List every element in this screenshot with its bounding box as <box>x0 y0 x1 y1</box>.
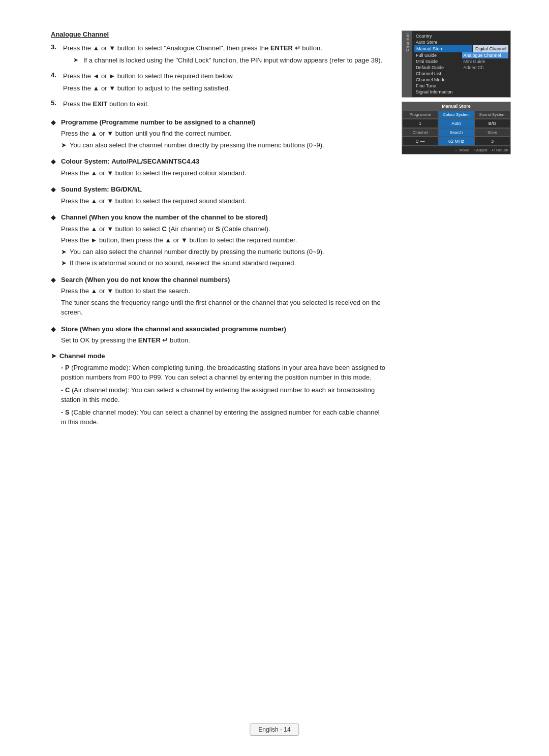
bullet-colour-content: Colour System: Auto/PAL/SECAM/NTSC4.43 P… <box>61 156 386 179</box>
tv-item-channellist: Channel List <box>414 71 508 77</box>
step-4-line1: Press the ◄ or ► button to select the re… <box>63 71 386 81</box>
channel-mode-p: - P (Programme mode): When completing tu… <box>61 363 386 383</box>
channel-mode-arrow: ➤ <box>51 352 56 360</box>
diamond-icon-4: ◆ <box>51 212 57 270</box>
sub-arrow-1: ➤ <box>61 140 67 150</box>
bullet-search-line2: The tuner scans the frequency range unti… <box>61 298 386 318</box>
step-3-sub-text: If a channel is locked using the "Child … <box>83 55 382 66</box>
bullet-sound-content: Sound System: BG/DK/I/L Press the ▲ or ▼… <box>61 184 386 207</box>
manual-store-panel: Manual Store Programme Colour System Sou… <box>402 102 511 154</box>
tv-main-content: Country Auto Store Manual Store Digital … <box>412 31 510 97</box>
bullet-channel-sub1: ➤ You can also select the channel number… <box>61 247 386 257</box>
diamond-icon-3: ◆ <box>51 184 57 207</box>
tv-item-miniguide-r: Mini Guide <box>462 58 509 65</box>
tv-item-finetune: Fine Tune <box>414 83 508 89</box>
ms-grid-row1: 1 Auto B/G <box>402 119 510 128</box>
step-5-content: Press the EXIT button to exit. <box>63 99 386 111</box>
tv-item-addedch: Added Ch <box>462 65 509 71</box>
ms-val-auto: Auto <box>438 119 474 128</box>
tv-item-manualstore: Manual Store <box>414 45 472 52</box>
ms-header: Manual Store <box>402 102 510 110</box>
ms-grid-headers: Programme Colour System Sound System <box>402 110 510 119</box>
exit-label: EXIT <box>93 100 108 108</box>
ms-col-coloursystem: Colour System <box>438 110 474 119</box>
tv-channel-sidebar: Channel <box>402 31 412 97</box>
tv-manualstore-row: Manual Store Digital Channel <box>414 45 508 52</box>
bullet-programme-title: Programme (Programme number to be assign… <box>61 118 255 126</box>
ms-footer-adjust: ↕ Adjust <box>473 148 487 152</box>
bullet-programme-line1: Press the ▲ or ▼ button until you find t… <box>61 129 386 139</box>
tv-guide-row: Full Guide Analogue Channel <box>414 52 508 58</box>
enter-label: ENTER ↵ <box>270 44 300 52</box>
tv-item-defaultguide: Default Guide <box>414 65 461 71</box>
ms-footer: ↔ Move ↕ Adjust ↩ Return <box>402 146 510 154</box>
bullet-programme: ◆ Programme (Programme number to be assi… <box>51 117 386 152</box>
bullet-channel-sub1-text: You can also select the channel number d… <box>70 247 324 257</box>
diamond-icon-2: ◆ <box>51 156 57 179</box>
channel-mode-c: - C (Air channel mode): You can select a… <box>61 385 386 405</box>
tv-item-right-col: Analogue Channel <box>462 52 509 58</box>
bullet-colour-line1: Press the ▲ or ▼ button to select the re… <box>61 168 386 178</box>
bullet-section: ◆ Programme (Programme number to be assi… <box>51 117 386 347</box>
content-area: Analogue Channel 3. Press the ▲ or ▼ but… <box>51 30 386 430</box>
bullet-search: ◆ Search (When you do not know the chann… <box>51 275 386 319</box>
tv-miniguide-row: Mini Guide Mini Guide <box>414 58 508 65</box>
tv-channel-label: Channel <box>405 33 410 52</box>
bullet-store-line1: Set to OK by pressing the ENTER ↵ button… <box>61 335 386 345</box>
tv-panel-inner: Channel Country Auto Store Manual Store … <box>402 31 510 97</box>
bullet-channel: ◆ Channel (When you know the number of t… <box>51 212 386 270</box>
channel-mode-label: Channel mode <box>59 352 105 360</box>
step-4: 4. Press the ◄ or ► button to select the… <box>51 71 386 95</box>
tv-item-fullguide: Full Guide <box>414 52 461 58</box>
channel-mode-title: ➤ Channel mode <box>51 352 386 360</box>
step-4-num: 4. <box>51 71 59 95</box>
tv-item-miniguide-l: Mini Guide <box>414 58 461 65</box>
bullet-colour-title: Colour System: Auto/PAL/SECAM/NTSC4.43 <box>61 158 199 165</box>
ms-col-channel: Channel <box>402 128 438 137</box>
bullet-programme-sub: ➤ You can also select the channel number… <box>61 140 386 150</box>
tv-item-channelmode: Channel Mode <box>414 77 508 83</box>
sub-arrow-4a: ➤ <box>61 247 67 257</box>
step-5-text: Press the EXIT button to exit. <box>63 99 386 109</box>
tv-channel-panel: Channel Country Auto Store Manual Store … <box>402 30 511 98</box>
ms-col-store: Store <box>474 128 510 137</box>
bullet-search-content: Search (When you do not know the channel… <box>61 275 386 319</box>
bullet-colour: ◆ Colour System: Auto/PAL/SECAM/NTSC4.43… <box>51 156 386 179</box>
page-footer: English - 14 <box>250 723 299 736</box>
sidebar-area: Channel Country Auto Store Manual Store … <box>402 30 513 430</box>
ms-col-soundsystem: Sound System <box>474 110 510 119</box>
bullet-store: ◆ Store (When you store the channel and … <box>51 324 386 347</box>
bullet-store-title: Store (When you store the channel and as… <box>61 325 286 333</box>
tv-item-autostore: Auto Store <box>414 39 508 45</box>
tv-item-digitalchannel: Digital Channel <box>473 45 508 52</box>
ms-val-store: 3 <box>474 137 510 146</box>
bullet-sound-title: Sound System: BG/DK/I/L <box>61 185 142 193</box>
tv-item-analoguechannel: Analogue Channel <box>462 52 509 58</box>
ms-grid-headers2: Channel Search Store <box>402 128 510 137</box>
tv-item-left-col: Full Guide <box>414 52 461 58</box>
bullet-search-title: Search (When you do not know the channel… <box>61 276 230 284</box>
step-4-line2: Press the ▲ or ▼ button to adjust to the… <box>63 83 386 93</box>
ms-col-programme: Programme <box>402 110 438 119</box>
ms-footer-move: ↔ Move <box>454 148 469 152</box>
bullet-channel-line1: Press the ▲ or ▼ button to select C (Air… <box>61 224 386 234</box>
sub-arrow-4b: ➤ <box>61 258 67 268</box>
ms-col-search: Search <box>438 128 474 137</box>
tv-item-country: Country <box>414 33 508 39</box>
step-3-num: 3. <box>51 43 59 67</box>
ms-val-freq: 62 MHz <box>438 137 474 146</box>
step-4-content: Press the ◄ or ► button to select the re… <box>63 71 386 95</box>
bullet-store-content: Store (When you store the channel and as… <box>61 324 386 347</box>
step-3-content: Press the ▲ or ▼ button to select "Analo… <box>63 43 386 67</box>
page-title: Analogue Channel <box>51 30 386 38</box>
step-5-num: 5. <box>51 99 59 111</box>
diamond-icon-1: ◆ <box>51 117 57 152</box>
step-3-sub: ➤ If a channel is locked using the "Chil… <box>73 55 386 66</box>
ms-grid-row2: C — 62 MHz 3 <box>402 137 510 146</box>
ms-val-channel: C — <box>402 137 438 146</box>
ms-val-bg: B/G <box>474 119 510 128</box>
tv-defaultguide-row: Default Guide Added Ch <box>414 65 508 71</box>
bullet-channel-line2: Press the ► button, then press the ▲ or … <box>61 235 386 245</box>
tv-item-signalinfo: Signal Information <box>414 89 508 95</box>
bullet-search-line1: Press the ▲ or ▼ button to start the sea… <box>61 286 386 296</box>
